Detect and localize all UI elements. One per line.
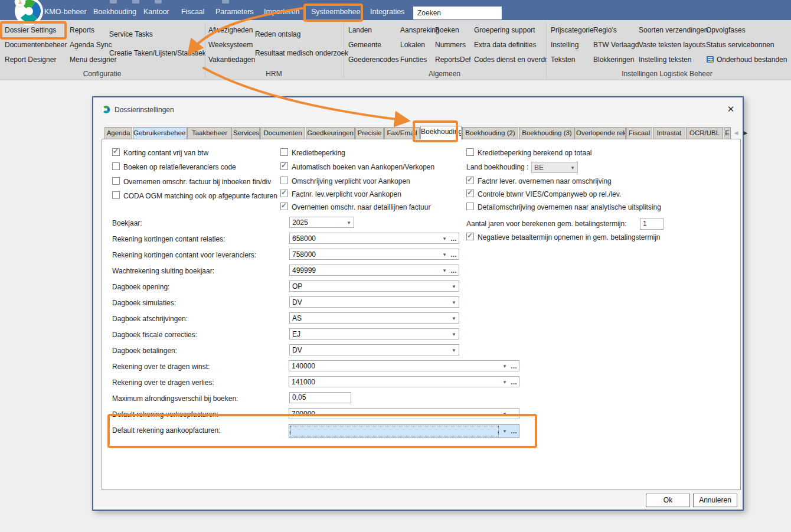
ribbon-item-gemeente[interactable]: Gemeente xyxy=(348,39,381,51)
tab-precisie[interactable]: Precisie xyxy=(355,127,384,139)
rekening-kortingen-leveranciers-combo[interactable]: 758000▾… xyxy=(289,249,459,260)
checkbox-overnemen-omschr-fin-div[interactable] xyxy=(112,177,120,185)
checkbox-overnemen-omschr-detaillijnen[interactable]: ✓ xyxy=(280,203,288,210)
tab-partial[interactable]: E xyxy=(724,127,731,139)
dagboek-fiscale-correcties-combo[interactable]: EJ▾ xyxy=(289,328,459,340)
chevron-down-icon[interactable]: ▾ xyxy=(449,315,459,321)
checkbox-controle-btwnr-vies[interactable]: ✓ xyxy=(466,190,474,197)
checkbox-korting-contant[interactable]: ✓ xyxy=(112,148,120,156)
ribbon-item-regios[interactable]: Regio's xyxy=(593,24,617,36)
ribbon-item-instelling-teksten[interactable]: Instelling teksten xyxy=(639,54,691,66)
ribbon-item-vakantiedagen[interactable]: Vakantiedagen xyxy=(208,54,255,66)
chevron-down-icon[interactable]: ▾ xyxy=(449,299,459,305)
aantal-jaren-input[interactable]: 1 xyxy=(640,218,663,230)
tab-goedkeuringen[interactable]: Goedkeuringen xyxy=(306,127,355,139)
ribbon-item-extra-data-definities[interactable]: Extra data definities xyxy=(474,39,536,51)
ribbon-item-reden-ontslag[interactable]: Reden ontslag xyxy=(255,28,300,40)
ribbon-item-opvolgfases[interactable]: Opvolgfases xyxy=(706,24,746,36)
rekening-verlies-combo[interactable]: 141000▾… xyxy=(289,376,519,387)
ribbon-item-agenda-sync[interactable]: Agenda Sync xyxy=(70,39,112,51)
tab-services[interactable]: Services xyxy=(233,127,260,139)
ribbon-item-teksten[interactable]: Teksten xyxy=(551,54,575,66)
max-afrondingsverschil-input[interactable]: 0,05 xyxy=(289,392,351,403)
ribbon-item-report-designer[interactable]: Report Designer xyxy=(5,54,56,66)
tab-fax-email[interactable]: Fax/Email xyxy=(384,127,420,139)
tab-fiscaal[interactable]: Fiscaal xyxy=(626,127,652,139)
tab-overlopende-rekn[interactable]: Overlopende rekn. xyxy=(576,127,626,139)
ribbon-tab-importeren[interactable]: Importeren xyxy=(260,5,303,19)
dagboek-betalingen-combo[interactable]: DV▾ xyxy=(289,344,459,355)
ribbon-item-reports[interactable]: Reports xyxy=(70,24,94,36)
tab-gebruikersbeheer[interactable]: Gebruikersbeheer xyxy=(133,127,187,139)
ellipsis-button[interactable]: … xyxy=(509,363,519,370)
chevron-down-icon[interactable]: ▾ xyxy=(500,411,509,417)
ribbon-item-boeken[interactable]: Boeken xyxy=(435,24,459,36)
ribbon-tab-fiscaal[interactable]: Fiscaal xyxy=(178,5,208,19)
ribbon-tab-integraties[interactable]: Integraties xyxy=(367,5,408,19)
tab-agenda[interactable]: Agenda xyxy=(104,127,132,139)
wachtrekening-combo[interactable]: 499999▾… xyxy=(289,265,459,276)
chevron-down-icon[interactable]: ▾ xyxy=(449,331,459,337)
default-rekening-verkoopfacturen-combo[interactable]: 700000▾… xyxy=(289,408,519,419)
ok-button[interactable]: Ok xyxy=(646,494,690,507)
ribbon-item-status-servicebonnen[interactable]: Status servicebonnen xyxy=(706,39,774,51)
ribbon-item-onderhoud-bestanden[interactable]: Onderhoud bestanden xyxy=(717,54,787,66)
checkbox-factnr-lev-verplicht[interactable]: ✓ xyxy=(280,190,288,197)
tab-boekhouding-2[interactable]: Boekhouding (2) xyxy=(462,127,518,139)
chevron-down-icon[interactable]: ▾ xyxy=(500,363,509,369)
cancel-button[interactable]: Annuleren xyxy=(693,494,737,507)
ribbon-tab-systeembeheer[interactable]: Systeembeheer xyxy=(308,5,367,19)
ribbon-item-vaste-teksten-layouts[interactable]: Vaste teksten layouts xyxy=(639,39,705,51)
tab-boekhouding[interactable]: Boekhouding xyxy=(420,126,462,139)
quick-access-icon[interactable] xyxy=(155,0,162,4)
chevron-down-icon[interactable]: ▾ xyxy=(500,428,509,434)
chevron-down-icon[interactable]: ▾ xyxy=(440,267,449,273)
tab-scroll-left-icon[interactable]: ◀ xyxy=(731,127,741,139)
checkbox-automatisch-boeken[interactable]: ✓ xyxy=(280,162,288,170)
chevron-down-icon[interactable]: ▾ xyxy=(344,220,354,226)
ribbon-item-service-tasks[interactable]: Service Tasks xyxy=(109,28,153,40)
close-icon[interactable]: ✕ xyxy=(724,102,738,116)
ribbon-item-blokkeringen[interactable]: Blokkeringen xyxy=(593,54,634,66)
tab-ocr-ubl[interactable]: OCR/UBL xyxy=(686,127,723,139)
ribbon-item-goederencodes[interactable]: Goederencodes xyxy=(348,54,398,66)
checkbox-coda-ogm[interactable] xyxy=(112,191,120,199)
ellipsis-button[interactable]: … xyxy=(509,378,519,386)
ellipsis-button[interactable]: … xyxy=(449,251,459,258)
tab-documenten[interactable]: Documenten xyxy=(260,127,305,139)
ribbon-item-btw-verlaagd[interactable]: BTW Verlaagd xyxy=(593,39,639,51)
ribbon-item-weeksysteem[interactable]: Weeksysteem xyxy=(208,39,253,51)
chevron-down-icon[interactable]: ▾ xyxy=(568,165,577,171)
ribbon-tab-kmo-beheer[interactable]: KMO-beheer xyxy=(41,5,90,19)
ribbon-item-codes-dienst-en-overdr[interactable]: Codes dienst en overdr xyxy=(474,54,547,66)
ribbon-item-nummers[interactable]: Nummers xyxy=(435,39,466,51)
search-box[interactable] xyxy=(413,6,502,19)
checkbox-boeken-op-relatie[interactable] xyxy=(112,162,120,170)
rekening-kortingen-relaties-combo[interactable]: 658000▾… xyxy=(289,233,459,244)
chevron-down-icon[interactable]: ▾ xyxy=(500,379,509,385)
ribbon-item-aanspreking[interactable]: Aanspreking xyxy=(400,24,440,36)
checkbox-detailomschrijving[interactable] xyxy=(466,203,474,210)
quick-access-icon[interactable] xyxy=(110,0,117,4)
dagboek-simulaties-combo[interactable]: DV▾ xyxy=(289,296,459,308)
rekening-winst-combo[interactable]: 140000▾… xyxy=(289,360,519,371)
chevron-down-icon[interactable]: ▾ xyxy=(449,347,459,353)
chevron-down-icon[interactable]: ▾ xyxy=(440,236,449,241)
quick-access-icon[interactable] xyxy=(222,0,229,4)
ribbon-tab-boekhouding[interactable]: Boekhouding xyxy=(90,5,140,19)
ribbon-item-groepering-support[interactable]: Groepering support xyxy=(474,24,535,36)
ellipsis-button[interactable]: … xyxy=(449,235,459,242)
default-rekening-aankoopfacturen-combo[interactable]: ▾… xyxy=(289,424,519,438)
land-boekhouding-combo[interactable]: BE▾ xyxy=(531,162,578,173)
boekjaar-combo[interactable]: 2025▾ xyxy=(289,217,354,228)
ribbon-item-landen[interactable]: Landen xyxy=(348,24,372,36)
checkbox-negatieve-betaaltermijn[interactable]: ✓ xyxy=(466,233,474,240)
checkbox-kredietbeperking[interactable] xyxy=(280,148,288,156)
checkbox-factnr-lever-overnemen[interactable]: ✓ xyxy=(466,177,474,184)
ribbon-item-creatie-taken[interactable]: Creatie Taken/Lijsten/Statistiek xyxy=(109,47,206,59)
ribbon-item-reportsdef[interactable]: ReportsDef xyxy=(435,54,471,66)
tab-intrastat[interactable]: Intrastat xyxy=(653,127,685,139)
ellipsis-button[interactable]: … xyxy=(509,410,519,417)
ribbon-item-resultaat-medisch-onderzoek[interactable]: Resultaat medisch onderzoek xyxy=(255,47,348,59)
ellipsis-button[interactable]: … xyxy=(509,427,519,435)
